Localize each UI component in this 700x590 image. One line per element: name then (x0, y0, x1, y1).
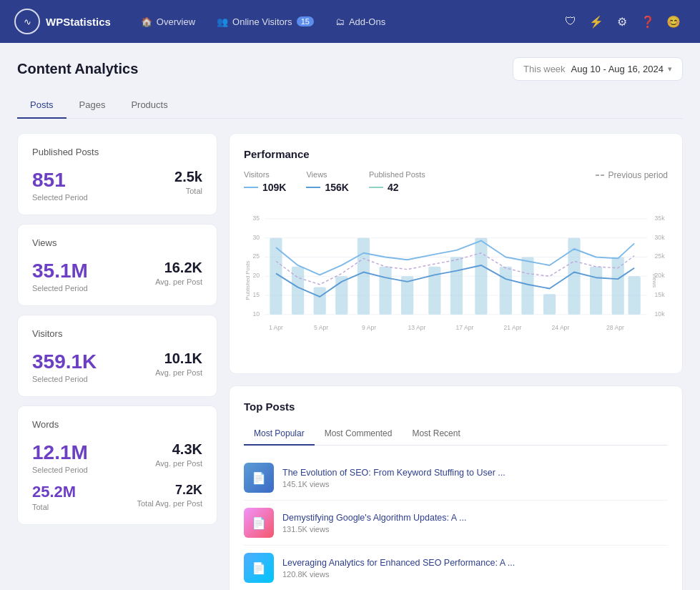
post-thumb-2: 📄 (244, 508, 274, 538)
published-legend-line (369, 187, 383, 188)
words-extra-primary-label: Total (32, 503, 76, 511)
left-column: Published Posts 851 Selected Period 2.5k… (17, 133, 217, 590)
content-tabs: Posts Pages Products (17, 92, 683, 119)
published-posts-primary: 851 (32, 169, 88, 192)
published-posts-secondary-label: Total (174, 187, 202, 195)
views-legend-line (306, 187, 320, 188)
visitors-card: Visitors 359.1K Selected Period 10.1K Av… (17, 315, 217, 397)
performance-card: Performance Visitors 109K Views (229, 133, 683, 374)
words-extra-primary: 25.2M (32, 483, 76, 501)
right-column: Performance Visitors 109K Views (229, 133, 683, 590)
smile-icon-btn[interactable]: 😊 (661, 9, 686, 34)
svg-rect-30 (500, 267, 512, 315)
legend-views: Views 156K (306, 170, 348, 193)
post-thumb-1: 📄 (244, 463, 274, 493)
views-card: Views 35.1M Selected Period 16.2K Avg. p… (17, 224, 217, 306)
performance-legend: Visitors 109K Views 156K (244, 170, 668, 193)
nav-item-online-visitors[interactable]: 👥 Online Visitors 15 (207, 11, 324, 33)
words-card: Words 12.1M Selected Period 4.3K Avg. pe… (17, 405, 217, 525)
post-item-3: 📄 Leveraging Analytics for Enhanced SEO … (244, 546, 668, 590)
gear-icon-btn[interactable]: ⚙ (610, 9, 634, 34)
svg-rect-29 (475, 238, 487, 315)
svg-text:10: 10 (252, 310, 260, 318)
top-posts-tabs: Most Popular Most Commented Most Recent (244, 423, 668, 446)
svg-rect-36 (628, 276, 641, 315)
legend-views-label: Views (306, 170, 348, 179)
post-info-3: Leveraging Analytics for Enhanced SEO Pe… (282, 558, 668, 579)
svg-text:10k: 10k (655, 310, 666, 318)
views-secondary-label: Avg. per Post (155, 277, 202, 286)
page-header: Content Analytics This week Aug 10 - Aug… (17, 57, 683, 81)
legend-published-label: Published Posts (369, 170, 425, 179)
svg-text:21 Apr: 21 Apr (503, 324, 521, 331)
top-posts-card: Top Posts Most Popular Most Commented Mo… (229, 385, 683, 590)
nav-item-overview[interactable]: 🏠 Overview (131, 11, 205, 33)
previous-period-label: Previous period (608, 170, 668, 180)
svg-text:25k: 25k (655, 252, 666, 260)
post-views-3: 120.8K views (282, 570, 668, 579)
logo-text: WPStatistics (46, 16, 111, 28)
main-layout: Published Posts 851 Selected Period 2.5k… (17, 133, 683, 590)
words-title: Words (32, 419, 202, 430)
top-nav: ∿ WPStatistics 🏠 Overview 👥 Online Visit… (0, 0, 700, 43)
tab-posts[interactable]: Posts (17, 92, 66, 119)
svg-rect-25 (379, 267, 391, 315)
svg-text:1 Apr: 1 Apr (269, 324, 283, 331)
post-info-1: The Evolution of SEO: From Keyword Stuff… (282, 468, 668, 488)
svg-rect-28 (450, 257, 463, 314)
previous-period-dashes (596, 174, 604, 176)
svg-text:17 Apr: 17 Apr (456, 324, 474, 331)
svg-text:35k: 35k (655, 215, 666, 222)
words-extra-secondary: 7.2K (137, 483, 202, 498)
views-primary-label: Selected Period (32, 284, 88, 292)
words-extra-secondary-label: Total Avg. per Post (137, 499, 202, 508)
previous-period-legend: Previous period (596, 170, 668, 180)
chart-container: 35 30 25 20 15 10 Published Posts 35k 30… (244, 202, 668, 359)
post-views-2: 131.5K views (282, 525, 668, 534)
svg-text:5 Apr: 5 Apr (314, 324, 328, 331)
post-thumb-3: 📄 (244, 553, 274, 583)
nav-items: 🏠 Overview 👥 Online Visitors 15 🗂 Add-On… (131, 11, 556, 33)
post-item-2: 📄 Demystifying Google's Algorithm Update… (244, 501, 668, 546)
svg-text:30: 30 (252, 234, 260, 241)
nav-item-addons[interactable]: 🗂 Add-Ons (325, 11, 395, 33)
speedometer-icon-btn[interactable]: ⚡ (584, 9, 608, 34)
visitors-legend-line (244, 187, 258, 188)
top-posts-title: Top Posts (244, 400, 668, 413)
post-title-2[interactable]: Demystifying Google's Algorithm Updates:… (282, 513, 668, 523)
logo-area: ∿ WPStatistics (14, 9, 111, 34)
words-primary-label: Selected Period (32, 466, 88, 474)
legend-visitors-value: 109K (262, 182, 286, 193)
date-picker-btn[interactable]: This week Aug 10 - Aug 16, 2024 ▾ (513, 57, 683, 81)
svg-text:25: 25 (252, 252, 260, 260)
legend-visitors: Visitors 109K (244, 170, 286, 193)
svg-text:20: 20 (252, 272, 260, 279)
home-icon: 🏠 (141, 16, 152, 27)
page-title: Content Analytics (17, 61, 138, 77)
svg-rect-22 (314, 287, 326, 315)
published-posts-secondary: 2.5k (174, 169, 202, 185)
nav-overview-label: Overview (157, 16, 195, 27)
date-range: Aug 10 - Aug 16, 2024 (571, 64, 664, 74)
post-title-3[interactable]: Leveraging Analytics for Enhanced SEO Pe… (282, 558, 668, 568)
logo-icon: ∿ (14, 9, 40, 34)
legend-published-value: 42 (388, 182, 399, 193)
svg-rect-35 (612, 257, 624, 314)
views-secondary: 16.2K (155, 260, 202, 276)
top-posts-tab-commented[interactable]: Most Commented (315, 423, 403, 446)
shield-icon-btn[interactable]: 🛡 (558, 9, 583, 34)
nav-addons-label: Add-Ons (349, 16, 385, 27)
visitors-icon: 👥 (217, 16, 228, 27)
visitors-primary-label: Selected Period (32, 375, 97, 383)
svg-text:30k: 30k (655, 234, 666, 241)
top-posts-tab-recent[interactable]: Most Recent (402, 423, 470, 446)
post-title-1[interactable]: The Evolution of SEO: From Keyword Stuff… (282, 468, 668, 478)
chevron-down-icon: ▾ (668, 64, 672, 74)
question-icon-btn[interactable]: ❓ (636, 9, 660, 34)
svg-text:Views: Views (651, 273, 658, 287)
svg-rect-32 (543, 294, 556, 315)
top-posts-tab-popular[interactable]: Most Popular (244, 423, 315, 446)
tab-products[interactable]: Products (118, 92, 180, 119)
tab-pages[interactable]: Pages (66, 92, 119, 119)
svg-text:24 Apr: 24 Apr (551, 324, 569, 331)
